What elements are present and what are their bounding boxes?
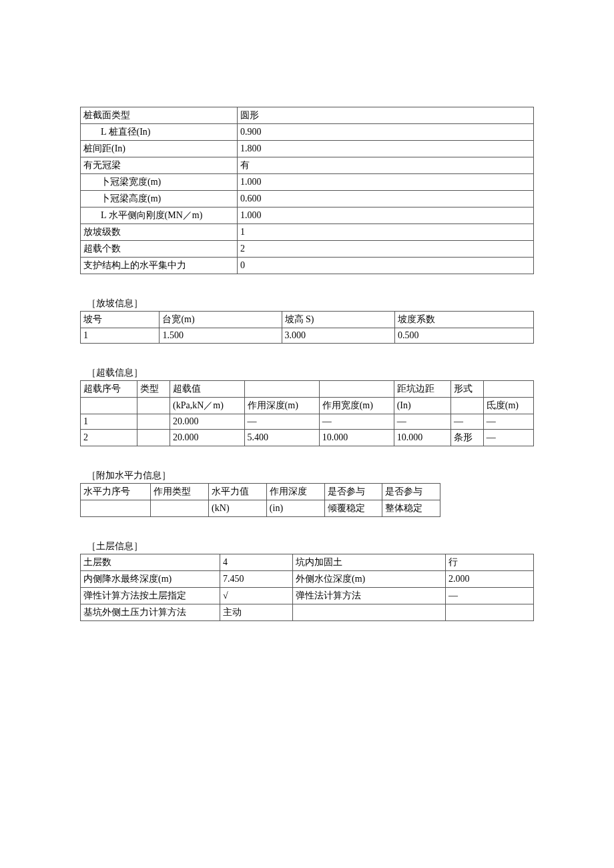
cell: — <box>394 414 450 430</box>
cell: 2.000 <box>446 571 534 588</box>
table-row: 基坑外侧土压力计算方法主动 <box>81 604 534 621</box>
column-header <box>319 381 394 398</box>
cell: 20.000 <box>170 414 245 430</box>
column-header: 作用类型 <box>151 484 209 500</box>
column-header: 倾覆稳定 <box>324 500 382 517</box>
cell: 坑内加固土 <box>293 554 446 571</box>
table-header-row: (kN)(in)倾覆稳定整体稳定 <box>81 500 440 517</box>
column-header: 形式 <box>451 381 484 398</box>
cell: 0.500 <box>394 328 533 344</box>
cell: 1 <box>81 414 137 430</box>
table-row: 11.5003.0000.500 <box>81 328 534 344</box>
column-header: 水平力值 <box>209 484 267 500</box>
param-label: 放坡级数 <box>81 224 238 241</box>
cell: 条形 <box>451 430 484 446</box>
cell: — <box>451 414 484 430</box>
table-row: L 水平侧向刚度(MN／m)1.000 <box>81 207 534 224</box>
table-row: 支护结构上的水平集中力0 <box>81 258 534 274</box>
column-header: 坡度系数 <box>394 312 533 328</box>
param-value: 0.600 <box>238 191 534 207</box>
cell: 7.450 <box>220 571 293 588</box>
column-header <box>151 500 209 517</box>
column-header <box>483 381 533 398</box>
cell: 20.000 <box>170 430 245 446</box>
cell: — <box>483 430 533 446</box>
column-header: 作用深度(m) <box>244 398 319 414</box>
param-label: 支护结构上的水平集中力 <box>81 258 238 274</box>
overload-table: 超载序号类型超载值距坑边距形式(kPa,kN／m)作用深度(m)作用宽度(m)(… <box>80 380 534 446</box>
column-header <box>244 381 319 398</box>
table-row: 弹性计算方法按土层指定√弹性法计算方法— <box>81 588 534 604</box>
param-label: 有无冠梁 <box>81 157 238 174</box>
column-header: 水平力序号 <box>81 484 151 500</box>
param-label: 卜冠梁宽度(m) <box>81 174 238 191</box>
cell: — <box>319 414 394 430</box>
column-header: 类型 <box>137 381 170 398</box>
cell: 行 <box>446 554 534 571</box>
table-row: 桩间距(In)1.800 <box>81 141 534 157</box>
table-row: 内侧降水最终深度(m)7.450外侧水位深度(m)2.000 <box>81 571 534 588</box>
param-label: 超载个数 <box>81 241 238 258</box>
cell <box>137 414 170 430</box>
cell <box>137 430 170 446</box>
table-row: L 桩直径(In)0.900 <box>81 124 534 141</box>
slope-table: 坡号台宽(m)坡高 S)坡度系数11.5003.0000.500 <box>80 311 534 344</box>
slope-title: ［放坡信息］ <box>80 298 534 310</box>
table-row: 超载个数2 <box>81 241 534 258</box>
cell <box>293 604 446 621</box>
param-value: 1.800 <box>238 141 534 157</box>
cell: 4 <box>220 554 293 571</box>
hforce-table: 水平力序号作用类型水平力值作用深度是否参与是否参与(kN)(in)倾覆稳定整体稳… <box>80 483 440 517</box>
cell: 外侧水位深度(m) <box>293 571 446 588</box>
column-header: 台宽(m) <box>160 312 282 328</box>
column-header <box>137 398 170 414</box>
param-label: L 桩直径(In) <box>81 124 238 141</box>
param-label: 桩截面类型 <box>81 107 238 124</box>
column-header: 整体稳定 <box>382 500 440 517</box>
table-row: 土层数4坑内加固土行 <box>81 554 534 571</box>
table-header-row: 水平力序号作用类型水平力值作用深度是否参与是否参与 <box>81 484 440 500</box>
param-value: 0 <box>238 258 534 274</box>
cell: 土层数 <box>81 554 220 571</box>
cell: — <box>446 588 534 604</box>
cell: 10.000 <box>394 430 450 446</box>
cell: 主动 <box>220 604 293 621</box>
table-row: 220.0005.40010.00010.000条形— <box>81 430 534 446</box>
soil-table: 土层数4坑内加固土行内侧降水最终深度(m)7.450外侧水位深度(m)2.000… <box>80 554 534 621</box>
param-value: 2 <box>238 241 534 258</box>
cell: — <box>244 414 319 430</box>
cell: 5.400 <box>244 430 319 446</box>
cell: 1 <box>81 328 160 344</box>
cell: 内侧降水最终深度(m) <box>81 571 220 588</box>
column-header: 是否参与 <box>324 484 382 500</box>
column-header: 氐度(m) <box>483 398 533 414</box>
column-header: 作用深度 <box>266 484 324 500</box>
hforce-title: ［附加水平力信息］ <box>80 470 534 482</box>
column-header: 坡号 <box>81 312 160 328</box>
soil-title: ［土层信息］ <box>80 540 534 552</box>
table-row: 有无冠梁有 <box>81 157 534 174</box>
cell: 1.500 <box>160 328 282 344</box>
cell: 10.000 <box>319 430 394 446</box>
cell <box>446 604 534 621</box>
table-header-row: (kPa,kN／m)作用深度(m)作用宽度(m)(In)氐度(m) <box>81 398 534 414</box>
column-header: (In) <box>394 398 450 414</box>
column-header <box>451 398 484 414</box>
param-value: 1.000 <box>238 174 534 191</box>
column-header <box>81 500 151 517</box>
column-header: 超载值 <box>170 381 245 398</box>
table-header-row: 超载序号类型超载值距坑边距形式 <box>81 381 534 398</box>
cell: 3.000 <box>282 328 394 344</box>
column-header: (kPa,kN／m) <box>170 398 245 414</box>
table-row: 放坡级数1 <box>81 224 534 241</box>
param-value: 1 <box>238 224 534 241</box>
param-value: 0.900 <box>238 124 534 141</box>
cell: 弹性计算方法按土层指定 <box>81 588 220 604</box>
column-header: (in) <box>266 500 324 517</box>
table-header-row: 坡号台宽(m)坡高 S)坡度系数 <box>81 312 534 328</box>
cell: √ <box>220 588 293 604</box>
column-header <box>81 398 137 414</box>
param-value: 有 <box>238 157 534 174</box>
column-header: 作用宽度(m) <box>319 398 394 414</box>
cell: 2 <box>81 430 137 446</box>
